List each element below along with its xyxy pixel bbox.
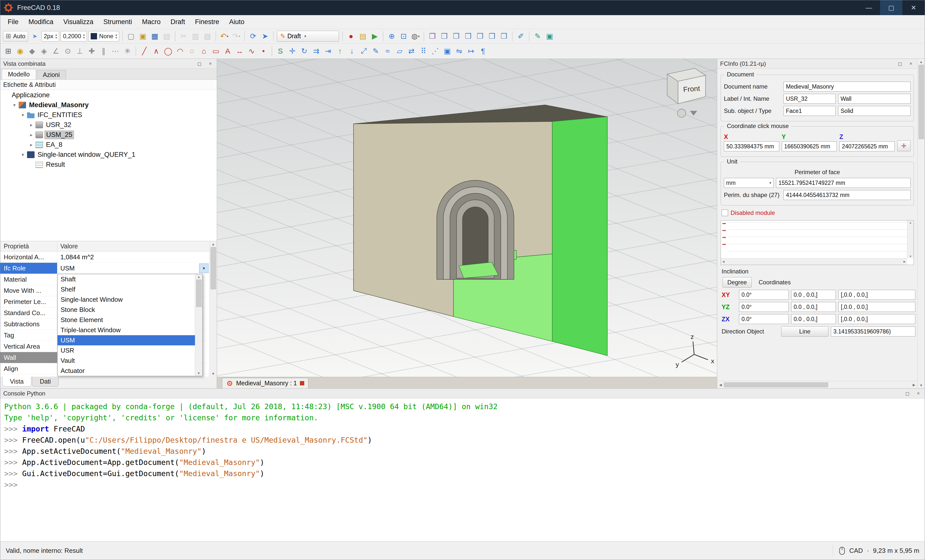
navcube-home-icon[interactable] [678,109,686,117]
vector-field-1[interactable]: 0.0 , 0.0,] [791,290,836,300]
tab-modello[interactable]: Modello [2,69,36,80]
working-plane-button[interactable]: ➤ [29,30,41,42]
trimex-icon[interactable]: ⇥ [322,45,334,57]
vector-field-2[interactable]: [,0.0 , 0.0,] [838,302,915,312]
line-color-combo[interactable]: None ▴▾ [88,31,119,41]
view-front-icon[interactable]: ❒ [438,30,450,42]
refresh-icon[interactable]: ⟳ [247,30,259,42]
wire-to-bspline-icon[interactable]: ≈ [382,45,393,57]
fit-all-icon[interactable]: ⊕ [386,30,398,42]
tree-item-medieval-masonry[interactable]: ▾Medieval_Masonry [0,100,217,110]
dock-close-icon[interactable]: × [907,61,914,67]
int-name-field[interactable]: Wall [838,94,911,104]
unit-combo[interactable]: mm ▾ [724,178,773,188]
view-isometric-icon[interactable]: ❒ [426,30,438,42]
view-right-icon[interactable]: ❒ [462,30,474,42]
nav-style-value[interactable]: CAD [849,547,863,554]
draft-circle-icon[interactable]: ◯ [162,45,174,57]
heal-icon[interactable]: ¶ [477,45,489,57]
mouse-nav-icon[interactable] [839,546,845,555]
offset-icon[interactable]: ⇉ [310,45,322,57]
whats-this-icon[interactable]: ➤ [259,30,271,42]
grid-vertical-scrollbar[interactable]: ▲▼ [907,221,914,258]
menu-strumenti[interactable]: Strumenti [98,15,137,29]
snap-endpoint-icon[interactable]: ◆ [26,45,38,57]
undo-icon[interactable]: ↶▾ [218,30,230,42]
dropdown-scrollbar[interactable]: ▲ ▼ [195,274,202,376]
clone-icon[interactable]: ▣ [441,45,453,57]
scroll-up-icon[interactable]: ▲ [212,242,215,246]
tree-expander-icon[interactable]: ▾ [10,102,19,108]
y-coordinate-field[interactable]: 16650390625 mm [782,141,837,152]
downgrade-icon[interactable]: ↓ [346,45,358,57]
edit-icon[interactable]: ✎ [370,45,382,57]
snap-ortho-icon[interactable]: ⊥ [74,45,86,57]
close-button[interactable]: ✕ [902,0,925,15]
macro-execute-icon[interactable]: ▶ [369,30,381,42]
tree-expander-icon[interactable]: ▸ [27,122,36,128]
property-row-ifc-role[interactable]: Ifc RoleUSM▾ [0,263,209,274]
rotate-icon[interactable]: ↻ [298,45,310,57]
dropdown-option-actuator[interactable]: Actuator [57,366,195,376]
dropdown-option-usm[interactable]: USM [57,335,195,345]
vector-field-1[interactable]: 0.0 , 0.0,] [791,314,836,324]
dropdown-option-stone-element[interactable]: Stone Element [57,315,195,325]
spinner-arrows-icon[interactable]: ▴▾ [116,33,117,39]
label-field[interactable]: USR_32 [783,94,836,104]
draft-point-icon[interactable]: • [258,45,270,57]
vector-field-2[interactable]: [,0.0 , 0.0,] [838,290,915,300]
view-left-icon[interactable]: ❒ [498,30,510,42]
shape-2d-view-icon[interactable]: ▱ [393,45,405,57]
menu-modifica[interactable]: Modifica [24,15,59,29]
properties-scrollbar[interactable]: ▲ ▼ [209,241,217,377]
scroll-thumb[interactable] [919,65,924,139]
dropdown-option-triple-lancet-window[interactable]: Triple-lancet Window [57,325,195,335]
tree-expander-icon[interactable]: ▾ [19,112,27,118]
menu-finestre[interactable]: Finestre [190,15,224,29]
fcinfo-horizontal-scrollbar[interactable]: ◀ ▶ [717,381,917,388]
console-output[interactable]: Python 3.6.6 | packaged by conda-forge |… [0,398,925,541]
tree-expander-icon[interactable]: ▸ [27,132,36,138]
new-document-icon[interactable]: ▢ [125,30,137,42]
sub-object-field[interactable]: Face1 [783,106,836,116]
scroll-right-icon[interactable]: ▶ [913,383,915,387]
array-icon[interactable]: ⠿ [417,45,429,57]
measure-grid-widget[interactable]: ▲▼ ◀▶ [721,220,914,265]
tree-expander-icon[interactable]: ▸ [27,142,36,148]
line-button[interactable]: Line [781,326,829,337]
mirror-icon[interactable]: ⇋ [453,45,465,57]
draft-dimension-icon[interactable]: ↔ [234,45,246,57]
macro-dialog-icon[interactable]: ▤ [357,30,369,42]
dock-float-icon[interactable]: ◻ [904,390,911,396]
disabled-module-checkbox[interactable] [722,210,728,216]
arch-sketch-icon[interactable]: ✎ [532,30,544,42]
save-icon[interactable]: ▦ [149,30,161,42]
copy-icon[interactable]: ▥ [190,30,201,42]
draft-polygon-icon[interactable]: ⌂ [198,45,210,57]
show-axes-button[interactable]: ✛ [897,140,911,152]
arch-folder-icon[interactable]: ▣ [544,30,556,42]
line-width-spinner[interactable]: 2px ▴▾ [41,31,59,41]
print-icon[interactable]: ▤ [161,30,173,42]
toggle-grid-icon[interactable]: ⊞ [2,45,14,57]
doc-name-field[interactable]: Medieval_Masonry [783,82,911,92]
draft-wire-icon[interactable]: ∧ [150,45,162,57]
draft-bspline-icon[interactable]: ∿ [246,45,258,57]
move-icon[interactable]: ✛ [286,45,298,57]
scroll-thumb[interactable] [724,382,828,387]
tab-dati[interactable]: Dati [32,377,58,387]
viewport-canvas[interactable]: Front x y z [217,59,717,377]
angle-field[interactable]: 0.0° [739,302,789,312]
workbench-selector[interactable]: ✎Draft▾ [277,31,339,42]
tree-item-ea-8[interactable]: ▸EA_8 [0,140,217,150]
shape-perimeter-field[interactable]: 41444.04554613732 mm [783,190,911,200]
dropdown-option-usr[interactable]: USR [57,345,195,356]
scroll-down-icon[interactable]: ▼ [197,371,200,375]
tree-expander-icon[interactable]: ▾ [19,152,27,158]
combo-open-button[interactable]: ▾ [199,264,209,273]
dock-close-icon[interactable]: × [207,61,214,67]
snap-angle-icon[interactable]: ∠ [50,45,62,57]
shapestring-icon[interactable]: S [274,45,286,57]
view-rear-icon[interactable]: ❒ [474,30,486,42]
property-row-horizontal-a[interactable]: Horizontal A...1,0844 m^2 [0,252,209,263]
